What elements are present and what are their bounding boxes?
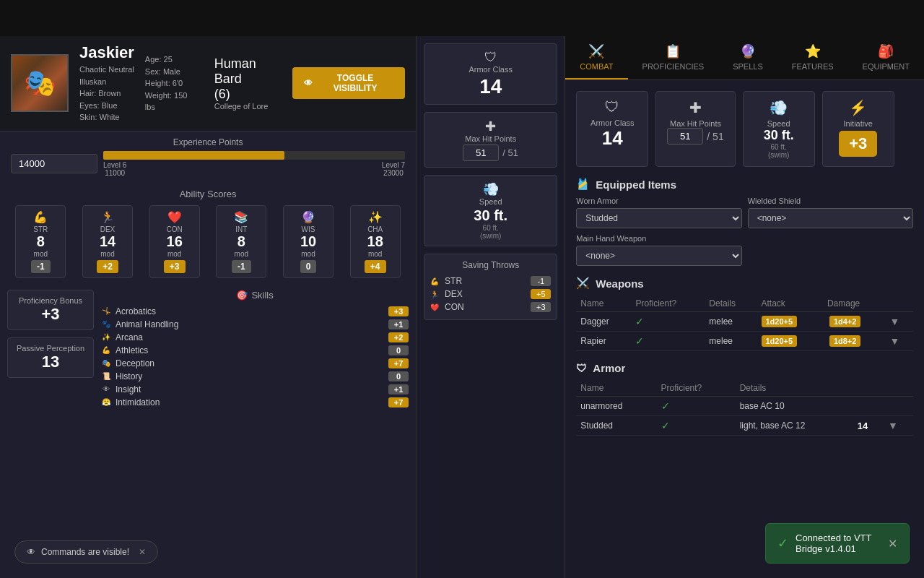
unarmored-check-icon: ✓ [661, 400, 670, 412]
character-meta-2: Age: 25 Sex: Male Height: 6'0 Weight: 15… [145, 53, 196, 113]
main-hand-select[interactable]: <none> [576, 246, 741, 266]
right-init-label: Initiative [843, 119, 872, 128]
armor-col-action [884, 380, 913, 397]
con-score: 16 [167, 233, 183, 250]
st-con-icon: ❤️ [430, 303, 440, 311]
right-ac-value: 14 [602, 127, 623, 150]
str-mod: -1 [31, 260, 51, 273]
character-avatar [11, 54, 69, 112]
insight-badge: +1 [388, 384, 409, 394]
rapier-name: Rapier [576, 332, 631, 351]
unarmored-value [853, 397, 884, 416]
level7-label: Level 723000 [382, 161, 405, 177]
worn-armor-select[interactable]: Studded None [576, 208, 741, 228]
tab-features[interactable]: ⭐ FEATURES [777, 36, 848, 79]
age: Age: 25 [145, 55, 173, 64]
sex: Sex: Male [145, 67, 180, 76]
weapons-icon: ⚔️ [576, 277, 590, 290]
proficiencies-tab-icon: 📋 [665, 43, 681, 59]
insight-name: Insight [116, 384, 384, 394]
wielded-shield-label: Wielded Shield [748, 197, 913, 205]
dex-score: 14 [100, 233, 116, 250]
weapons-table: Name Proficient? Details Attack Damage D… [576, 296, 913, 351]
right-hp-input[interactable] [667, 128, 703, 144]
col-damage: Damage [823, 296, 886, 312]
prof-value: +3 [14, 305, 87, 324]
deception-icon: 🎭 [101, 359, 111, 367]
rapier-dropdown-button[interactable]: ▼ [890, 335, 900, 347]
commands-close-button[interactable]: ✕ [139, 547, 146, 557]
skill-athletics: 💪 Athletics 0 [101, 344, 409, 357]
combat-stats-row: 🛡 Armor Class 14 ✚ Max Hit Points / 51 💨… [576, 91, 913, 167]
vtt-close-button[interactable]: ✕ [888, 537, 897, 551]
exp-levels: Level 611000 Level 723000 [103, 161, 405, 177]
toggle-visibility-button[interactable]: 👁 TOGGLE VISIBILITY [292, 67, 405, 99]
center-ac-value: 14 [430, 75, 551, 98]
main-content: Jaskier Chaotic Neutral Illuskan Hair: B… [0, 36, 924, 578]
character-info-2: Age: 25 Sex: Male Height: 6'0 Weight: 15… [145, 53, 196, 113]
intimidation-badge: +7 [388, 397, 409, 407]
main-hand-label: Main Hand Weapon [576, 234, 741, 243]
skill-acrobatics: 🤸 Acrobatics +3 [101, 305, 409, 318]
rapier-damage-badge: 1d8+2 [829, 335, 861, 347]
studded-dropdown-button[interactable]: ▼ [888, 420, 898, 431]
st-str-name: STR [445, 276, 526, 286]
hp-separator: / 51 [502, 147, 518, 158]
armor-title: Armor [593, 362, 625, 374]
tab-equipment[interactable]: 🎒 EQUIPMENT [848, 36, 924, 79]
subclass-label: College of Lore [214, 102, 282, 111]
toggle-label: TOGGLE VISIBILITY [317, 73, 393, 93]
top-bar [0, 0, 924, 36]
eye-commands-icon: 👁 [27, 547, 35, 557]
str-icon: 💪 [33, 210, 48, 224]
tab-combat[interactable]: ⚔️ COMBAT [565, 36, 627, 79]
exp-input[interactable] [11, 154, 97, 173]
tab-spells[interactable]: 🔮 SPELLS [718, 36, 777, 79]
history-badge: 0 [388, 371, 409, 381]
equipped-items-header: 🎽 Equipped Items [576, 178, 913, 191]
skills-section: 🎯 Skills 🤸 Acrobatics +3 🐾 Animal Handli… [101, 290, 409, 409]
armor-col-value [853, 380, 884, 397]
armor-row-studded: Studded ✓ light, base AC 12 14 ▼ [576, 416, 913, 436]
right-hp-label: Max Hit Points [670, 119, 721, 128]
dagger-dropdown-button[interactable]: ▼ [890, 316, 900, 327]
passive-value: 13 [14, 353, 87, 371]
animal-handling-badge: +1 [388, 319, 409, 329]
st-dex: 🏃 DEX +5 [430, 288, 551, 301]
passive-perception-box: Passive Perception 13 [7, 337, 94, 378]
athletics-icon: 💪 [101, 346, 111, 354]
studded-details: light, base AC 12 [736, 416, 853, 436]
experience-section: Experience Points Level 611000 Level 723… [0, 131, 416, 183]
dagger-check-icon: ✓ [635, 316, 644, 327]
skills-label: Skills [251, 290, 273, 301]
st-str-icon: 💪 [430, 277, 440, 285]
right-panel: ⚔️ COMBAT 📋 PROFICIENCIES 🔮 SPELLS ⭐ FEA… [565, 36, 924, 578]
acrobatics-name: Acrobatics [116, 306, 384, 316]
dex-icon: 🏃 [100, 210, 115, 224]
dagger-name: Dagger [576, 312, 631, 332]
studded-value: 14 [853, 416, 884, 436]
center-speed: 💨 Speed 30 ft. 60 ft. (swim) [424, 175, 557, 246]
skills-icon: 🎯 [236, 290, 248, 301]
con-icon: ❤️ [167, 210, 182, 224]
ability-int: 📚 INT 8 mod -1 [216, 205, 266, 278]
exp-row: Level 611000 Level 723000 [11, 151, 405, 177]
ability-scores-title: Ability Scores [7, 189, 409, 199]
armor-table: Name Proficient? Details unarmored ✓ bas… [576, 380, 913, 436]
speed-icon: 💨 [430, 181, 551, 197]
unarmored-name: unarmored [576, 397, 656, 416]
st-dex-name: DEX [445, 289, 526, 299]
exp-bar-bg [103, 151, 405, 160]
right-speed-swim: (swim) [768, 151, 789, 159]
skill-insight: 👁 Insight +1 [101, 383, 409, 396]
tab-bar: ⚔️ COMBAT 📋 PROFICIENCIES 🔮 SPELLS ⭐ FEA… [565, 36, 924, 80]
center-speed-swim: (swim) [430, 232, 551, 240]
equipped-icon: 🎽 [576, 178, 590, 191]
hp-input[interactable] [463, 144, 499, 161]
history-icon: 📜 [101, 372, 111, 380]
wis-name: WIS [302, 225, 315, 233]
tab-proficiencies[interactable]: 📋 PROFICIENCIES [628, 36, 719, 79]
ability-scores-section: Ability Scores 💪 STR 8 mod -1 🏃 DEX 14 m… [0, 183, 416, 284]
wielded-shield-select[interactable]: <none> [748, 208, 913, 228]
armor-icon: 🛡 [576, 362, 587, 374]
